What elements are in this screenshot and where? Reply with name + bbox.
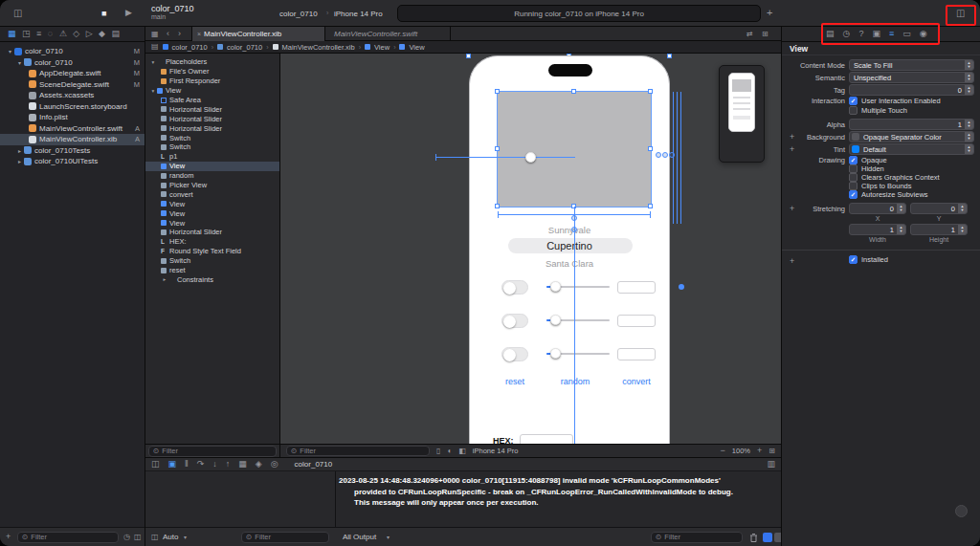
switch-control[interactable] [501,280,528,295]
random-button[interactable]: random [551,377,599,386]
zoom-fit-icon[interactable]: ⊞ [768,448,775,455]
add-variation-icon[interactable]: + [790,144,794,154]
file-row[interactable]: SceneDelegate.swiftM [0,79,145,91]
disclosure-icon[interactable] [15,147,24,154]
debug-split-divider[interactable] [335,471,336,527]
breadcrumb-item[interactable]: MainViewController.xib [282,43,355,52]
project-navigator-icon[interactable]: ▦ [8,30,16,38]
picker-row-below[interactable]: Santa Clara [470,258,669,269]
editor-arrange-icon[interactable]: ⇄ [746,31,753,38]
outline-row[interactable]: Lp1 [145,152,279,162]
step-over-icon[interactable]: ↷ [197,460,205,469]
canvas-filter-field[interactable]: ⊙ Filter [286,446,430,456]
picker-row-above[interactable]: Sunnyvale [470,225,669,235]
breadcrumb-item[interactable]: View [374,43,390,52]
disclosure-icon[interactable] [149,59,157,65]
navigator-toggle-icon[interactable]: ◫ [13,9,22,18]
outline-row[interactable]: Switch [145,256,279,266]
selected-gray-view[interactable] [498,92,651,207]
constraint-node[interactable] [571,215,577,221]
clips-to-bounds-checkbox[interactable] [849,182,858,190]
outline-row[interactable]: Constraints [145,274,279,284]
run-destination-selector[interactable]: iPhone 14 Pro [334,10,383,18]
add-file-icon[interactable]: + [6,533,11,541]
outline-row[interactable]: Switch [145,133,279,142]
resize-handle[interactable] [495,89,500,94]
file-row[interactable]: AppDelegate.swiftM [0,68,145,79]
close-tab-icon[interactable]: × [197,31,201,37]
text-field[interactable] [617,281,656,294]
outline-row[interactable]: View [145,86,279,96]
file-row[interactable]: Assets.xcassets [0,90,145,101]
view-as-device-label[interactable]: iPhone 14 Pro [473,447,519,455]
tab-mainviewcontroller-swift[interactable]: MainViewController.swift [326,27,451,41]
stepper-icon[interactable] [958,225,967,234]
scheme-project-block[interactable]: color_0710 main [151,4,194,20]
slider-knob[interactable] [550,315,561,325]
outline-row[interactable]: View [145,199,279,208]
tab-overview-icon[interactable]: ▦ [151,31,159,38]
constraint-node[interactable] [571,227,577,232]
outline-row[interactable]: Switch [145,142,279,152]
pause-icon[interactable]: ‖ [185,460,189,469]
variables-view[interactable] [145,471,335,527]
issue-navigator-icon[interactable]: ⚠ [59,30,67,38]
disclosure-icon[interactable] [15,59,24,66]
constraint-node[interactable] [669,152,675,158]
outline-filter-field[interactable]: ⊙ Filter [148,446,277,457]
outline-row[interactable]: Horizontal Slider [145,114,279,123]
tab-mainviewcontroller-xib[interactable]: × MainViewController.xib [191,27,325,41]
hex-text-field[interactable] [520,434,573,444]
stretch-height-field[interactable]: 1 [910,224,968,235]
floating-circle-button[interactable] [955,505,968,517]
interface-builder-canvas[interactable]: Sunnyvale Cupertino Santa Clara reset [280,54,781,444]
switch-control[interactable] [501,314,528,328]
user-interaction-checkbox[interactable] [849,97,858,105]
file-row[interactable]: color_0710UITests [0,156,145,167]
disclosure-icon[interactable] [6,48,14,55]
step-out-icon[interactable]: ↑ [226,460,231,469]
console-pane-icon[interactable]: ▥ [767,460,775,469]
view-hierarchy-icon[interactable]: ▦ [238,460,247,469]
recents-filter-icon[interactable]: ◷ [123,534,130,541]
multiple-touch-checkbox[interactable] [849,106,858,115]
step-into-icon[interactable]: ↓ [212,460,217,469]
resize-handle[interactable] [648,146,653,151]
add-variation-icon[interactable]: + [790,256,794,266]
resize-handle[interactable] [495,146,500,151]
constraint-node[interactable] [662,152,668,158]
outline-row[interactable]: LHEX: [145,237,279,247]
resize-handle[interactable] [648,89,653,94]
zoom-level[interactable]: 100% [732,447,750,455]
debug-navigator-icon[interactable]: ▷ [86,30,93,38]
variables-filter-field[interactable]: ⊙ Filter [241,532,329,543]
resize-handle[interactable] [495,204,500,208]
stretch-x-field[interactable]: 0 [849,203,906,214]
constraint-anchor-dot[interactable] [679,284,684,290]
autoresize-checkbox[interactable] [849,190,858,199]
stepper-icon[interactable] [897,225,905,234]
outline-row[interactable]: random [145,171,279,181]
slider-knob[interactable] [550,281,561,292]
outline-row[interactable]: reset [145,266,279,275]
convert-button[interactable]: convert [612,377,660,386]
outline-row[interactable]: Safe Area [145,96,279,105]
forward-icon[interactable]: › [178,30,181,38]
report-navigator-icon[interactable]: ▤ [112,30,121,38]
variables-scope-popup[interactable]: Auto [163,533,178,541]
breadcrumb-item[interactable]: color_0710 [227,43,262,52]
stepper-icon[interactable] [965,85,973,95]
stop-button[interactable]: ■ [101,9,106,18]
device-bezels-icon[interactable]: ▯ [436,448,440,455]
tint-color-select[interactable]: Default [849,143,974,155]
text-field[interactable] [617,348,656,360]
disclosure-icon[interactable] [161,276,168,282]
orientation-icon[interactable]: ◧ [458,448,466,455]
library-button[interactable]: + [767,8,772,18]
constraint-node[interactable] [656,152,661,158]
outline-row[interactable]: File's Owner [145,67,279,76]
scheme-selector[interactable]: color_0710 [279,10,318,18]
file-row[interactable]: color_0710M [0,46,145,57]
clear-console-trash-icon[interactable] [749,533,758,543]
outline-row-selected[interactable]: View [145,162,279,171]
